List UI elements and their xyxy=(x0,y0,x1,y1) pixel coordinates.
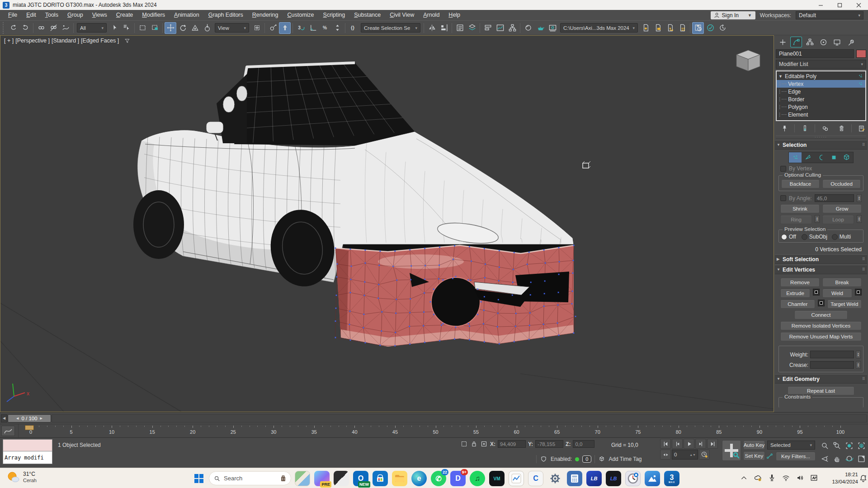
undo-icon[interactable] xyxy=(7,22,19,34)
maximize-viewport-button[interactable] xyxy=(856,453,867,465)
toggle-layer-explorer-icon[interactable] xyxy=(466,22,478,34)
taskbar-app-whatsapp[interactable]: ✆22 xyxy=(431,471,446,486)
taskbar-app-lb-black[interactable]: LB xyxy=(606,471,621,486)
by-angle-field[interactable]: 45,0 xyxy=(815,194,854,202)
select-and-rotate-icon[interactable] xyxy=(177,22,189,34)
key-mode-dropdown[interactable]: Selected xyxy=(767,441,815,450)
menu-substance[interactable]: Substance xyxy=(349,10,385,20)
rollout-edit-geometry[interactable]: ▼Edit Geometry⠿ xyxy=(775,374,867,384)
menu-help[interactable]: Help xyxy=(444,10,465,20)
weld-button[interactable]: Weld xyxy=(822,289,852,298)
rollout-soft-selection[interactable]: ▶Soft Selection⠿ xyxy=(775,254,867,264)
render-setup-icon[interactable] xyxy=(534,22,546,34)
taskbar-app-settings[interactable] xyxy=(547,471,563,486)
use-pivot-point-center-icon[interactable] xyxy=(251,22,263,34)
project-folder-dropdown[interactable]: C:\Users\Axi...3ds Max 2024 xyxy=(560,23,638,33)
preview-off-radio[interactable] xyxy=(781,234,787,240)
taskbar-app-calculator[interactable] xyxy=(567,471,582,486)
edit-named-selection-sets-icon[interactable]: {} xyxy=(347,22,359,34)
extrude-button[interactable]: Extrude xyxy=(780,289,810,298)
taskbar-app-alarms[interactable] xyxy=(625,471,641,486)
menu-edit[interactable]: Edit xyxy=(22,10,41,20)
zoom-extents-selected-button[interactable] xyxy=(844,440,855,451)
auto-key-button[interactable]: Auto Key xyxy=(743,441,765,450)
start-button[interactable] xyxy=(192,471,206,486)
key-mode-toggle-button[interactable] xyxy=(660,450,671,460)
viewport-label-3[interactable]: [Edged Faces ] xyxy=(81,38,119,44)
ring-spinner[interactable]: ▲▼ xyxy=(815,215,820,223)
time-configuration-button[interactable] xyxy=(699,450,710,460)
loop-spinner[interactable]: ▲▼ xyxy=(857,215,862,223)
rollout-edit-vertices[interactable]: ▼Edit Vertices⠿ xyxy=(775,265,867,274)
autobackup-icon[interactable] xyxy=(692,22,704,34)
mirror-icon[interactable] xyxy=(426,22,438,34)
shrink-button[interactable]: Shrink xyxy=(780,204,820,213)
language-switch-icon[interactable] xyxy=(810,474,818,482)
rendered-frame-window-icon[interactable] xyxy=(547,22,558,34)
taskbar-app-widgets[interactable] xyxy=(334,471,349,486)
select-object-icon[interactable] xyxy=(108,22,120,34)
configure-modifier-sets-icon[interactable] xyxy=(854,123,868,134)
preview-subobj-radio[interactable] xyxy=(802,234,807,240)
microphone-icon[interactable] xyxy=(768,474,776,482)
previous-frame-button[interactable] xyxy=(672,439,683,449)
mini-curve-editor-button[interactable] xyxy=(1,426,15,436)
stack-item-polygon[interactable]: ┆┄┄Polygon xyxy=(777,103,865,111)
transform-gizmo-icon[interactable] xyxy=(480,440,488,448)
weight-spinner[interactable]: ▲▼ xyxy=(856,351,861,358)
next-frame-button[interactable] xyxy=(695,439,706,449)
onedrive-icon[interactable]: ! xyxy=(754,474,762,482)
viewport-label-1[interactable]: [Perspective ] xyxy=(15,38,50,44)
key-steps-icon[interactable] xyxy=(766,452,774,460)
search-input[interactable]: Search xyxy=(209,471,291,485)
taskbar-app-photos[interactable] xyxy=(645,471,660,486)
toolbar-handle[interactable] xyxy=(3,22,5,34)
tab-create[interactable] xyxy=(777,37,788,47)
occluded-button[interactable]: Occluded xyxy=(822,179,861,188)
make-unique-icon[interactable] xyxy=(817,123,833,134)
modifier-list-dropdown[interactable]: Modifier List xyxy=(776,60,866,69)
remove-unused-map-verts-button[interactable]: Remove Unused Map Verts xyxy=(780,332,862,341)
set-key-button[interactable]: Set Key xyxy=(743,451,765,460)
stack-item-edge[interactable]: ┆┄┄Edge xyxy=(777,88,865,95)
target-weld-button[interactable]: Target Weld xyxy=(827,300,862,309)
menu-modifiers[interactable]: Modifiers xyxy=(137,10,170,20)
notification-bell-icon[interactable]: z xyxy=(859,474,868,483)
current-frame-field[interactable]: 0▲▼ xyxy=(672,450,698,460)
window-crossing-icon[interactable] xyxy=(149,22,160,34)
select-by-name-icon[interactable] xyxy=(121,22,132,34)
minimize-icon[interactable] xyxy=(811,0,830,10)
menu-animation[interactable]: Animation xyxy=(170,10,204,20)
crease-field[interactable] xyxy=(810,361,854,369)
chevron-up-icon[interactable] xyxy=(740,474,748,482)
tab-utilities[interactable] xyxy=(844,37,856,47)
pan-button[interactable] xyxy=(831,453,843,465)
macro-recorder-pane[interactable] xyxy=(3,439,52,451)
angle-snap-icon[interactable] xyxy=(307,22,319,34)
go-to-end-button[interactable] xyxy=(707,439,718,449)
viewport-label-0[interactable]: [ + ] xyxy=(4,38,14,44)
toggle-scene-explorer-icon[interactable] xyxy=(454,22,466,34)
extrude-settings-button[interactable] xyxy=(813,289,820,296)
crease-spinner[interactable]: ▲▼ xyxy=(856,361,861,369)
field-of-view-button[interactable] xyxy=(819,453,830,465)
object-name-field[interactable]: Plane001 xyxy=(776,49,854,58)
tab-display[interactable] xyxy=(831,37,843,47)
isolate-filter-icon[interactable] xyxy=(124,38,130,44)
weight-field[interactable] xyxy=(810,351,854,358)
selection-lock-icon[interactable] xyxy=(470,440,478,448)
orbit-button[interactable] xyxy=(844,453,855,465)
weather-widget[interactable]: 31°C Cerah xyxy=(6,470,37,484)
selection-region-icon[interactable] xyxy=(460,440,468,448)
stack-item-element[interactable]: ┆┄┄Element xyxy=(777,111,865,118)
preview-multi-radio[interactable] xyxy=(832,234,838,240)
break-button[interactable]: Break xyxy=(822,278,862,287)
add-time-tag[interactable]: Add Time Tag xyxy=(609,456,642,462)
taskbar-app-monitor-app[interactable] xyxy=(509,471,524,486)
select-and-uniform-scale-icon[interactable] xyxy=(189,22,201,34)
zoom-button[interactable] xyxy=(819,440,830,451)
key-filters-button[interactable]: Key Filters... xyxy=(776,452,816,461)
taskbar-app-edge[interactable]: e xyxy=(411,471,427,486)
rollout-selection[interactable]: ▼Selection⠿ xyxy=(775,140,867,150)
taskbar-app-blue-c-app[interactable]: C xyxy=(528,471,543,486)
